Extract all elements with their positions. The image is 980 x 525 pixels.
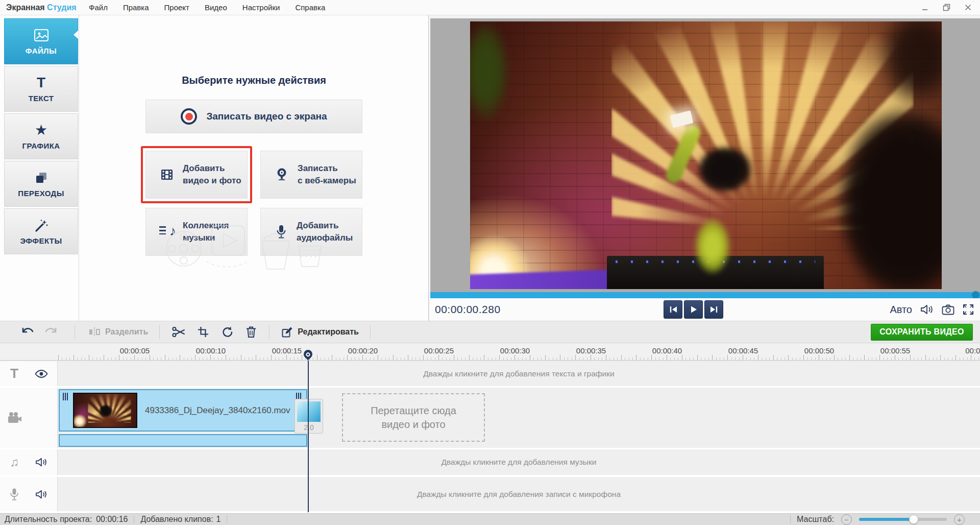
skip-forward-button[interactable] bbox=[704, 300, 723, 319]
clip-filename: 4933386_Dj_Deejay_3840x2160.mov bbox=[145, 405, 290, 416]
zoom-in-button[interactable]: + bbox=[954, 514, 965, 525]
ruler-label: 00:01 bbox=[965, 346, 980, 355]
record-screen-button[interactable]: Записать видео с экрана bbox=[145, 100, 362, 133]
label-line1: Добавить bbox=[183, 162, 241, 175]
clips-count-label: Добавлено клипов: bbox=[140, 515, 213, 524]
record-icon bbox=[181, 108, 197, 125]
sidebar-tab-graphics[interactable]: ★ ГРАФИКА bbox=[4, 113, 78, 159]
eye-icon[interactable] bbox=[34, 369, 49, 378]
split-button[interactable]: Разделить bbox=[88, 327, 148, 337]
preview-progress-bar[interactable] bbox=[430, 292, 980, 298]
sidebar-tab-label: ФАЙЛЫ bbox=[26, 46, 57, 55]
cut-button[interactable] bbox=[172, 326, 185, 338]
save-video-button[interactable]: СОХРАНИТЬ ВИДЕО bbox=[871, 324, 973, 341]
toolbar-separator bbox=[159, 325, 160, 339]
ruler-label: 00:00:50 bbox=[804, 346, 834, 355]
ruler-label: 00:00:30 bbox=[500, 346, 530, 355]
edit-button[interactable]: Редактировать bbox=[282, 326, 359, 338]
app-logo: Экранная Студия bbox=[6, 3, 83, 12]
ruler-label: 00:00:05 bbox=[120, 346, 150, 355]
sidebar-tab-transitions[interactable]: ПЕРЕХОДЫ bbox=[4, 161, 78, 207]
sidebar-tab-text[interactable]: T ТЕКСТ bbox=[4, 66, 78, 112]
sidebar-tab-label: ЭФФЕКТЫ bbox=[20, 236, 62, 245]
menu-project[interactable]: Проект bbox=[164, 3, 189, 12]
zoom-out-button[interactable]: − bbox=[841, 514, 852, 525]
video-track-row[interactable]: 4933386_Dj_Deejay_3840x2160.mov 2.0 Пере… bbox=[0, 388, 980, 448]
undo-button[interactable] bbox=[21, 326, 35, 338]
project-duration-label: Длительность проекта: bbox=[5, 515, 92, 524]
video-track-header bbox=[0, 388, 58, 448]
menu-video[interactable]: Видео bbox=[205, 3, 227, 12]
fullscreen-icon[interactable] bbox=[963, 304, 974, 315]
rotate-button[interactable] bbox=[221, 326, 233, 338]
record-webcam-button[interactable]: Записать с веб-камеры bbox=[260, 151, 362, 199]
skip-back-button[interactable] bbox=[664, 300, 682, 319]
mic-track-row[interactable]: Дважды кликните для добавления записи с … bbox=[0, 477, 980, 511]
auto-quality-control[interactable]: Авто bbox=[890, 304, 912, 316]
menu-edit[interactable]: Правка bbox=[123, 3, 149, 12]
add-video-photo-button[interactable]: Добавить видео и фото bbox=[145, 151, 248, 199]
delete-button[interactable] bbox=[246, 326, 257, 338]
active-tab-notch bbox=[74, 30, 79, 39]
ruler-label: 00:00:15 bbox=[272, 346, 302, 355]
edit-label: Редактировать bbox=[298, 327, 359, 337]
transition-preview bbox=[297, 401, 321, 422]
minimize-icon[interactable] bbox=[920, 3, 930, 13]
clip-left-trim-handle[interactable] bbox=[63, 393, 69, 400]
text-track-row[interactable]: T Дважды кликните для добавления текста … bbox=[0, 361, 980, 386]
menu-help[interactable]: Справка bbox=[295, 3, 325, 12]
edit-toolbar: Разделить bbox=[0, 321, 980, 343]
label-line2: с веб-камеры bbox=[298, 175, 356, 187]
speaker-icon[interactable] bbox=[34, 457, 49, 467]
foliage-shadow bbox=[470, 21, 522, 193]
sidebar-tab-effects[interactable]: ЭФФЕКТЫ bbox=[4, 208, 78, 254]
timeline-ruler[interactable]: 00:00:05 00:00:10 00:00:15 00:00:20 00:0… bbox=[0, 343, 980, 361]
snapshot-camera-icon[interactable] bbox=[942, 304, 954, 315]
restore-icon[interactable] bbox=[941, 3, 951, 13]
video-clip[interactable]: 4933386_Dj_Deejay_3840x2160.mov bbox=[59, 389, 307, 432]
record-webcam-label: Записать с веб-камеры bbox=[298, 162, 356, 187]
cinema-watermark-illustration bbox=[145, 210, 329, 277]
zoom-slider[interactable] bbox=[859, 518, 947, 521]
video-camera-icon bbox=[7, 412, 22, 424]
project-duration-value: 00:00:16 bbox=[96, 515, 128, 524]
clip-audio-strip[interactable] bbox=[59, 434, 307, 447]
ruler-label: 00:00:10 bbox=[196, 346, 226, 355]
sidebar-tab-label: ГРАФИКА bbox=[22, 141, 60, 150]
preview-timecode: 00:00:00.280 bbox=[435, 303, 552, 316]
play-button[interactable] bbox=[684, 300, 703, 319]
ruler-label: 00:00:25 bbox=[424, 346, 454, 355]
redo-button[interactable] bbox=[44, 326, 57, 338]
music-track-hint: Дважды кликните для добавления музыки bbox=[58, 458, 980, 467]
ruler-label: 00:00:20 bbox=[348, 346, 378, 355]
crop-button[interactable] bbox=[198, 326, 209, 338]
music-track-row[interactable]: ♫ Дважды кликните для добавления музыки bbox=[0, 449, 980, 475]
image-icon bbox=[33, 28, 50, 43]
zoom-controls: Масштаб: − + bbox=[784, 514, 973, 525]
sidebar-tab-files[interactable]: ФАЙЛЫ bbox=[4, 18, 78, 64]
ruler-label: 00:00:55 bbox=[880, 346, 910, 355]
record-screen-label: Записать видео с экрана bbox=[206, 111, 327, 122]
sidebar-tab-label: ТЕКСТ bbox=[29, 94, 54, 103]
dj-green-top bbox=[690, 211, 736, 281]
playhead-line[interactable] bbox=[308, 361, 309, 512]
clips-count-value: 1 bbox=[216, 515, 221, 524]
transitions-icon bbox=[34, 170, 48, 185]
media-dropzone[interactable]: Перетащите сюда видео и фото bbox=[342, 393, 485, 442]
app-name-accent: Студия bbox=[47, 3, 77, 12]
menu-file[interactable]: Файл bbox=[89, 3, 108, 12]
ruler-label: 00:00:45 bbox=[728, 346, 758, 355]
transition-badge[interactable]: 2.0 bbox=[295, 399, 323, 434]
zoom-slider-knob[interactable] bbox=[909, 515, 918, 524]
zoom-slider-fill bbox=[859, 518, 914, 521]
label-line2: видео и фото bbox=[183, 175, 241, 187]
film-icon bbox=[159, 167, 175, 182]
speaker-icon[interactable] bbox=[34, 489, 49, 499]
thumb-lamp-glow bbox=[73, 412, 89, 428]
close-icon[interactable] bbox=[963, 3, 973, 13]
dropzone-line1: Перетащите сюда bbox=[371, 404, 456, 418]
progress-handle[interactable] bbox=[972, 291, 979, 299]
menu-settings[interactable]: Настройки bbox=[242, 3, 280, 12]
speaker-icon[interactable] bbox=[920, 304, 934, 315]
preview-controls: 00:00:00.280 Авто bbox=[430, 298, 980, 321]
